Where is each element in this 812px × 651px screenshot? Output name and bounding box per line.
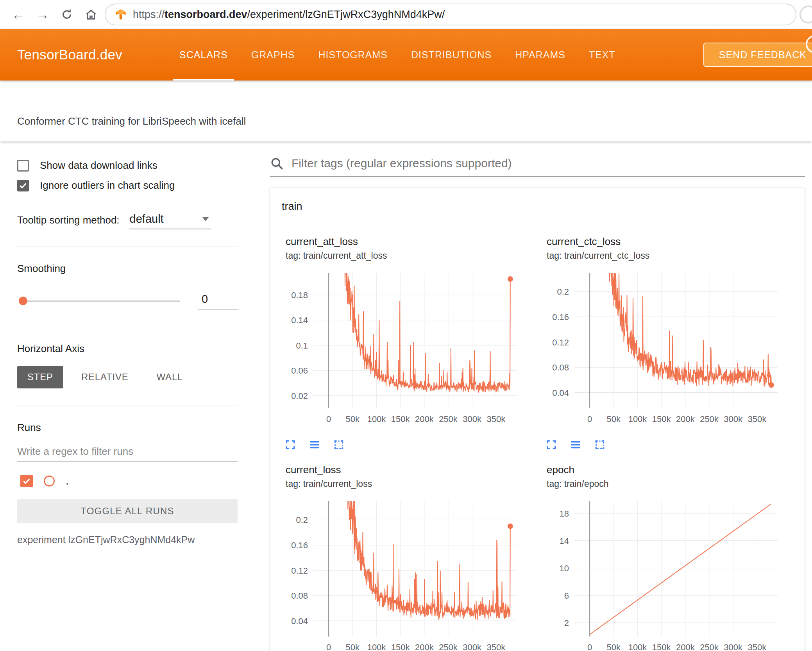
svg-text:150k: 150k xyxy=(652,414,671,424)
expand-chart-button[interactable] xyxy=(283,437,298,452)
tab-distributions[interactable]: DISTRIBUTIONS xyxy=(399,29,503,80)
tooltip-sorting-row: Tooltip sorting method: default xyxy=(17,213,258,229)
fit-domain-button[interactable] xyxy=(331,437,347,452)
svg-text:50k: 50k xyxy=(346,642,360,651)
browser-forward-button[interactable]: → xyxy=(32,4,53,25)
chart-tag: tag: train/current_ctc_loss xyxy=(541,250,794,261)
chart-tag: tag: train/current_loss xyxy=(280,478,533,489)
address-bar[interactable]: https://tensorboard.dev/experiment/lzGnE… xyxy=(105,4,796,25)
svg-text:250k: 250k xyxy=(439,414,458,424)
svg-text:0: 0 xyxy=(587,414,592,424)
svg-text:0.12: 0.12 xyxy=(552,338,569,347)
svg-text:0.08: 0.08 xyxy=(291,591,308,601)
experiment-title: Conformer CTC training for LibriSpeech w… xyxy=(17,115,246,127)
chart-plot[interactable]: 0.040.080.120.160.2050k100k150k200k250k3… xyxy=(541,270,783,430)
tag-filter-input[interactable] xyxy=(292,157,805,170)
svg-text:200k: 200k xyxy=(676,414,695,424)
header-tabs: SCALARSGRAPHSHISTOGRAMSDISTRIBUTIONSHPAR… xyxy=(168,29,627,80)
toggle-y-axis-button[interactable] xyxy=(568,437,583,452)
svg-text:0.16: 0.16 xyxy=(552,312,569,322)
browser-profile-icon[interactable] xyxy=(799,5,812,23)
svg-text:200k: 200k xyxy=(415,414,434,424)
ignore-outliers-row[interactable]: Ignore outliers in chart scaling xyxy=(17,179,258,191)
ignore-outliers-checkbox[interactable] xyxy=(17,180,29,191)
show-download-links-checkbox[interactable] xyxy=(17,160,29,172)
svg-text:300k: 300k xyxy=(463,414,482,424)
toggle-y-axis-button[interactable] xyxy=(307,437,322,452)
svg-text:0: 0 xyxy=(326,642,331,651)
search-icon xyxy=(270,156,284,170)
chart-title: current_att_loss xyxy=(280,235,533,248)
smoothing-slider-thumb[interactable] xyxy=(19,297,27,305)
reload-icon xyxy=(60,8,73,21)
svg-text:0.06: 0.06 xyxy=(291,366,308,376)
tooltip-sorting-value: default xyxy=(130,213,164,225)
svg-text:0.04: 0.04 xyxy=(552,388,569,398)
svg-text:100k: 100k xyxy=(367,414,386,424)
chart-current_att_loss: current_att_losstag: train/current_att_l… xyxy=(280,235,533,452)
toggle-all-runs-button[interactable]: TOGGLE ALL RUNS xyxy=(17,499,238,523)
chart-plot[interactable]: 0.040.080.120.160.2050k100k150k200k250k3… xyxy=(280,498,522,651)
chart-epoch: epochtag: train/epoch26101418050k100k150… xyxy=(541,463,794,651)
svg-text:250k: 250k xyxy=(700,642,719,651)
axis-option-step[interactable]: STEP xyxy=(17,366,63,388)
tab-graphs[interactable]: GRAPHS xyxy=(240,29,307,80)
home-icon xyxy=(84,8,98,21)
svg-text:350k: 350k xyxy=(487,642,506,651)
svg-text:0.1: 0.1 xyxy=(296,341,308,351)
experiment-title-strip: Conformer CTC training for LibriSpeech w… xyxy=(0,80,812,141)
tab-text[interactable]: TEXT xyxy=(577,29,627,80)
app-logo[interactable]: TensorBoard.dev xyxy=(17,47,122,63)
svg-text:200k: 200k xyxy=(415,642,434,651)
chart-plot[interactable]: 0.020.060.10.140.18050k100k150k200k250k3… xyxy=(280,270,522,430)
chart-title: current_loss xyxy=(280,463,533,476)
fit-domain-button[interactable] xyxy=(592,437,608,452)
runs-filter-input[interactable] xyxy=(17,445,238,462)
smoothing-value[interactable]: 0 xyxy=(198,293,238,309)
runs-label: Runs xyxy=(17,422,258,434)
svg-text:100k: 100k xyxy=(367,642,386,651)
browser-reload-button[interactable] xyxy=(56,4,77,25)
lines-icon xyxy=(570,439,581,451)
svg-text:350k: 350k xyxy=(487,414,506,424)
tab-scalars[interactable]: SCALARS xyxy=(168,29,240,80)
ignore-outliers-label: Ignore outliers in chart scaling xyxy=(40,179,175,191)
divider xyxy=(16,247,238,247)
svg-text:0.16: 0.16 xyxy=(291,540,308,550)
svg-text:50k: 50k xyxy=(346,414,360,424)
axis-option-wall[interactable]: WALL xyxy=(147,366,193,388)
sidebar: Show data download links Ignore outliers… xyxy=(0,141,258,651)
svg-text:0.2: 0.2 xyxy=(557,287,569,297)
charts-grid: current_att_losstag: train/current_att_l… xyxy=(270,235,805,651)
chart-plot[interactable]: 26101418050k100k150k200k250k300k350k xyxy=(541,498,783,651)
chart-title: epoch xyxy=(541,463,794,476)
last-point-marker xyxy=(508,276,513,282)
run-checkbox[interactable] xyxy=(20,475,33,487)
card-title-train[interactable]: train xyxy=(270,188,805,235)
last-point-marker xyxy=(508,524,513,529)
tag-filter-row xyxy=(270,156,805,177)
last-point-marker xyxy=(769,382,774,388)
chart-tag: tag: train/current_att_loss xyxy=(280,250,533,261)
svg-text:250k: 250k xyxy=(439,642,458,651)
svg-text:0: 0 xyxy=(587,642,592,651)
browser-back-button[interactable]: ← xyxy=(8,4,29,25)
app-header: TensorBoard.dev SCALARSGRAPHSHISTOGRAMSD… xyxy=(0,29,812,80)
tab-hparams[interactable]: HPARAMS xyxy=(503,29,577,80)
tab-histograms[interactable]: HISTOGRAMS xyxy=(306,29,399,80)
run-row[interactable]: . xyxy=(20,475,258,487)
svg-text:150k: 150k xyxy=(391,414,410,424)
check-icon xyxy=(22,476,31,486)
show-download-links-row[interactable]: Show data download links xyxy=(17,159,258,172)
url-domain: tensorboard.dev xyxy=(165,9,247,20)
expand-chart-button[interactable] xyxy=(544,437,559,452)
chart-current_ctc_loss: current_ctc_losstag: train/current_ctc_l… xyxy=(541,235,794,452)
chart-toolbar xyxy=(283,437,533,452)
axis-option-relative[interactable]: RELATIVE xyxy=(71,366,139,388)
svg-text:100k: 100k xyxy=(628,414,647,424)
send-feedback-button[interactable]: SEND FEEDBACK xyxy=(703,43,812,67)
tooltip-sorting-select[interactable]: default xyxy=(129,213,211,229)
browser-chrome: ← → https://tensorboard.dev/experiment/l… xyxy=(0,0,812,29)
smoothing-slider[interactable] xyxy=(20,300,180,302)
browser-home-button[interactable] xyxy=(80,4,102,25)
